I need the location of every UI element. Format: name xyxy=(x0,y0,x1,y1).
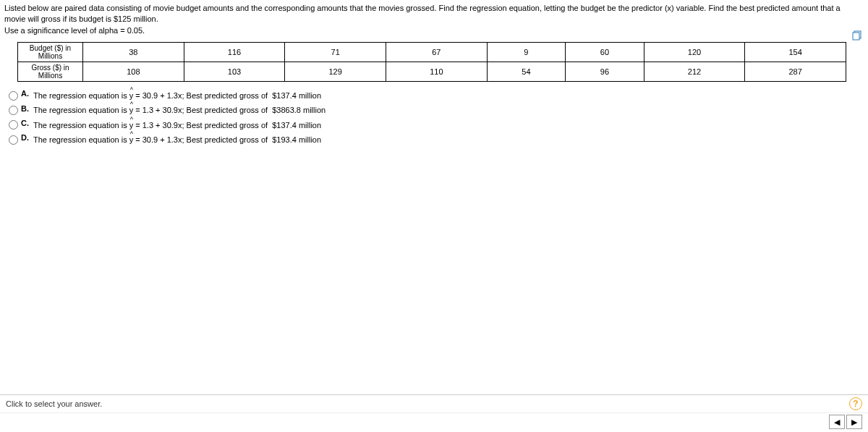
footer: Click to select your answer. ? ◀ ▶ xyxy=(0,394,868,432)
choice-d[interactable]: D. The regression equation is y^ = 30.9 … xyxy=(9,135,864,145)
gross-cell: 54 xyxy=(487,62,565,82)
prev-button[interactable]: ◀ xyxy=(829,415,845,429)
choice-c-text: The regression equation is y^ = 1.3 + 30… xyxy=(33,120,321,130)
svg-rect-1 xyxy=(853,33,859,40)
footer-nav: ◀ ▶ xyxy=(0,412,868,432)
gross-cell: 103 xyxy=(184,62,285,82)
help-icon-label: ? xyxy=(853,399,858,409)
footer-top: Click to select your answer. ? xyxy=(0,395,868,412)
radio-d[interactable] xyxy=(9,135,18,145)
gross-cell: 108 xyxy=(83,62,184,82)
radio-c[interactable] xyxy=(9,120,18,130)
gross-header: Gross ($) in Millions xyxy=(18,62,83,82)
gross-cell: 96 xyxy=(566,62,644,82)
budget-row: Budget ($) in Millions 38 116 71 67 9 60… xyxy=(18,43,846,62)
budget-header: Budget ($) in Millions xyxy=(18,43,83,62)
next-button[interactable]: ▶ xyxy=(846,415,862,429)
prev-icon: ◀ xyxy=(834,418,840,427)
budget-cell: 154 xyxy=(745,43,846,62)
budget-cell: 116 xyxy=(184,43,285,62)
next-icon: ▶ xyxy=(851,418,857,427)
budget-cell: 9 xyxy=(487,43,565,62)
choice-a[interactable]: A. The regression equation is y^ = 30.9 … xyxy=(9,90,864,101)
choice-b-label: B. xyxy=(21,104,29,113)
choice-d-label: D. xyxy=(21,133,29,142)
budget-cell: 71 xyxy=(285,43,386,62)
help-icon[interactable]: ? xyxy=(849,397,862,410)
choice-b[interactable]: B. The regression equation is y^ = 1.3 +… xyxy=(9,105,864,115)
gross-cell: 129 xyxy=(285,62,386,82)
radio-a[interactable] xyxy=(9,91,18,101)
question-line1: Listed below are paired data consisting … xyxy=(4,4,841,23)
budget-cell: 67 xyxy=(386,43,488,62)
radio-b[interactable] xyxy=(9,106,18,115)
gross-cell: 287 xyxy=(745,62,846,82)
gross-row: Gross ($) in Millions 108 103 129 110 54… xyxy=(18,62,846,82)
footer-instruction: Click to select your answer. xyxy=(6,399,102,408)
choice-a-label: A. xyxy=(21,89,29,98)
choice-c[interactable]: C. The regression equation is y^ = 1.3 +… xyxy=(9,120,864,130)
budget-cell: 60 xyxy=(566,43,644,62)
choice-c-label: C. xyxy=(21,119,29,127)
choice-a-text: The regression equation is y^ = 30.9 + 1… xyxy=(33,90,321,101)
budget-cell: 38 xyxy=(83,43,184,62)
data-table-section: Budget ($) in Millions 38 116 71 67 9 60… xyxy=(0,38,868,83)
data-table: Budget ($) in Millions 38 116 71 67 9 60… xyxy=(17,42,846,82)
choice-d-text: The regression equation is y^ = 30.9 + 1… xyxy=(33,135,321,145)
gross-cell: 110 xyxy=(386,62,488,82)
budget-cell: 120 xyxy=(644,43,745,62)
answer-choices: A. The regression equation is y^ = 30.9 … xyxy=(0,83,868,145)
choice-b-text: The regression equation is y^ = 1.3 + 30… xyxy=(33,105,326,115)
gross-cell: 212 xyxy=(644,62,745,82)
question-prompt: Listed below are paired data consisting … xyxy=(0,0,868,38)
question-line2: Use a significance level of alpha = 0.05… xyxy=(4,26,145,35)
copy-icon[interactable] xyxy=(852,30,862,41)
